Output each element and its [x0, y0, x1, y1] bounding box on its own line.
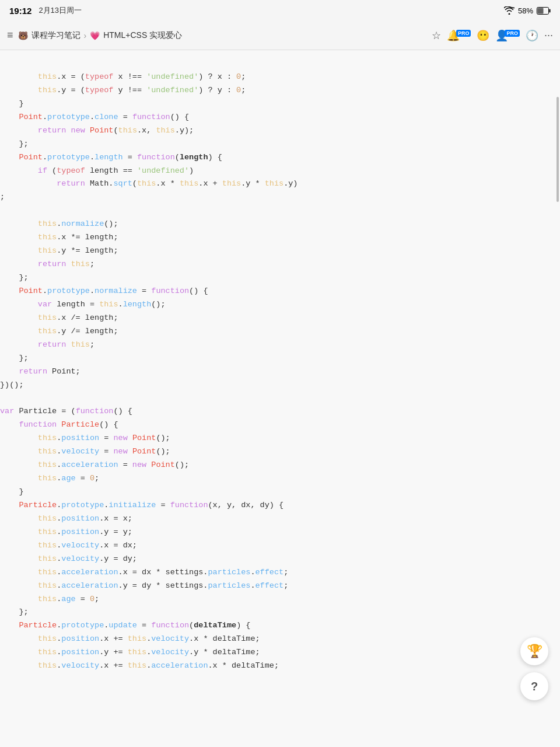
star-icon[interactable]: ☆: [432, 29, 441, 42]
trophy-icon: 🏆: [527, 644, 542, 659]
app-name: 课程学习笔记: [32, 30, 80, 41]
chat-icon[interactable]: 😶: [477, 29, 489, 42]
nav-right: ☆ 🔔PRO 😶 👤PRO 🕐 ···: [432, 29, 553, 42]
more-icon[interactable]: ···: [544, 29, 553, 41]
status-right: 58%: [504, 6, 551, 15]
trophy-button[interactable]: 🏆: [520, 637, 548, 665]
svg-rect-2: [538, 8, 544, 13]
code-block: this.x = (typeof x !== 'undefined') ? x …: [0, 50, 560, 693]
notification-icon[interactable]: 🔔PRO: [447, 29, 471, 42]
svg-rect-1: [550, 9, 551, 12]
wifi-icon: [504, 6, 514, 15]
scrollbar[interactable]: [556, 97, 559, 202]
status-bar: 19:12 2月13日周一 58%: [0, 0, 560, 21]
help-icon: ?: [531, 680, 538, 693]
pro-badge-2: PRO: [505, 30, 520, 37]
nav-title: 🐻 课程学习笔记 › 💗 HTML+CSS 实现爱心: [18, 30, 183, 41]
page-title: HTML+CSS 实现爱心: [103, 30, 182, 41]
battery-text: 58%: [518, 6, 533, 15]
menu-icon[interactable]: ≡: [7, 29, 13, 41]
status-date: 2月13日周一: [38, 5, 82, 16]
battery-icon: [537, 7, 551, 15]
pro-badge: PRO: [456, 30, 471, 37]
user-icon[interactable]: 👤PRO: [495, 29, 520, 42]
breadcrumb-sep: ›: [84, 31, 87, 40]
history-icon[interactable]: 🕐: [526, 29, 538, 42]
app-emoji: 🐻: [18, 31, 28, 40]
page-emoji: 💗: [90, 31, 100, 40]
nav-left: ≡ 🐻 课程学习笔记 › 💗 HTML+CSS 实现爱心: [7, 29, 432, 41]
code-container: this.x = (typeof x !== 'undefined') ? x …: [0, 50, 560, 747]
help-button[interactable]: ?: [520, 672, 548, 700]
status-time: 19:12: [9, 6, 32, 16]
nav-bar: ≡ 🐻 课程学习笔记 › 💗 HTML+CSS 实现爱心 ☆ 🔔PRO 😶 👤P…: [0, 21, 560, 50]
